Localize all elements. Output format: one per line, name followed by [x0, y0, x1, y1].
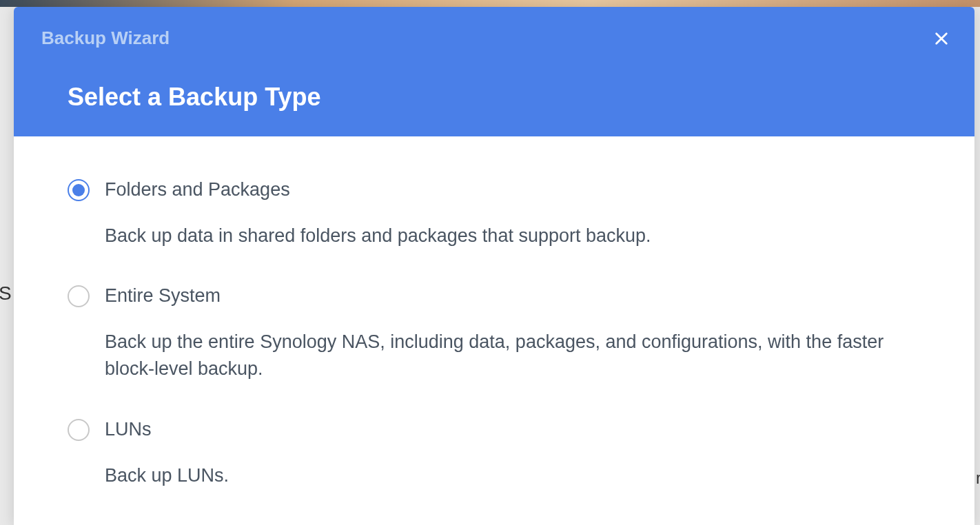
- dialog-body: Folders and Packages Back up data in sha…: [14, 136, 974, 524]
- dialog-header: Backup Wizard Select a Backup Type: [14, 7, 974, 136]
- backup-wizard-dialog: Backup Wizard Select a Backup Type Folde…: [14, 7, 974, 525]
- option-label-folders-packages[interactable]: Folders and Packages: [105, 178, 921, 202]
- option-label-luns[interactable]: LUNs: [105, 418, 921, 442]
- close-icon: [934, 31, 949, 46]
- dialog-title: Select a Backup Type: [68, 83, 321, 112]
- option-label-entire-system[interactable]: Entire System: [105, 284, 921, 308]
- option-entire-system: Entire System: [68, 284, 921, 308]
- radio-luns[interactable]: [68, 419, 90, 441]
- wizard-label: Backup Wizard: [41, 28, 170, 49]
- radio-folders-packages[interactable]: [68, 179, 90, 201]
- option-description-entire-system: Back up the entire Synology NAS, includi…: [105, 329, 921, 382]
- option-folders-packages: Folders and Packages: [68, 178, 921, 202]
- option-luns: LUNs: [68, 418, 921, 442]
- option-description-folders-packages: Back up data in shared folders and packa…: [105, 223, 921, 249]
- radio-entire-system[interactable]: [68, 285, 90, 307]
- close-button[interactable]: [930, 28, 952, 50]
- option-description-luns: Back up LUNs.: [105, 462, 921, 489]
